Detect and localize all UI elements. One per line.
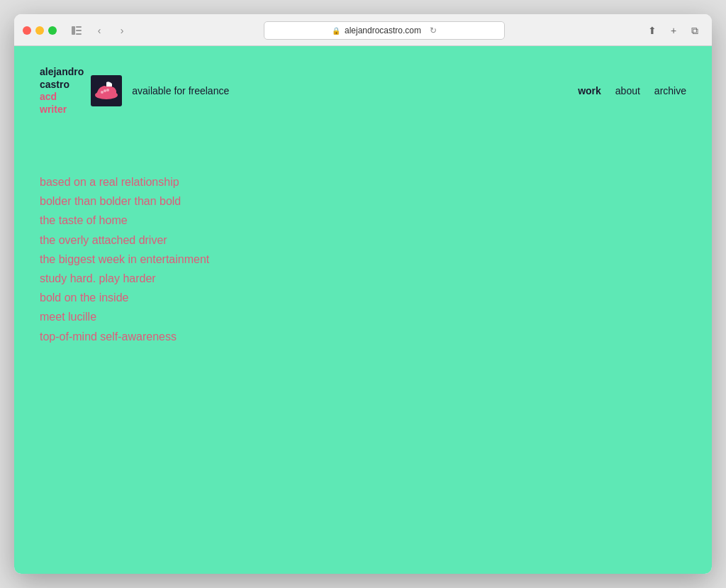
work-item-4[interactable]: the biggest week in entertainment — [40, 250, 686, 269]
work-list: based on a real relationship bolder than… — [14, 130, 712, 375]
sidebar-toggle-button[interactable] — [68, 22, 85, 39]
browser-window: ‹ › 🔒 alejandrocastro.com ↻ ⬆ + ⧉ alejan… — [14, 14, 712, 574]
address-bar[interactable]: 🔒 alejandrocastro.com ↻ — [264, 21, 505, 40]
traffic-lights — [23, 26, 57, 35]
logo-line-acd: acd — [40, 91, 84, 104]
work-item-6[interactable]: bold on the inside — [40, 288, 686, 307]
work-item-8[interactable]: top-of-mind self-awareness — [40, 327, 686, 346]
site-header: alejandro castro acd writer availabl — [14, 46, 712, 130]
work-item-7[interactable]: meet lucille — [40, 307, 686, 326]
work-item-1[interactable]: bolder than bolder than bold — [40, 192, 686, 211]
svg-rect-1 — [76, 26, 82, 28]
nav-work[interactable]: work — [578, 85, 601, 96]
logo-text: alejandro castro acd writer — [40, 66, 84, 116]
forward-button[interactable]: › — [113, 22, 130, 39]
lock-icon: 🔒 — [332, 27, 340, 35]
url-text: alejandrocastro.com — [345, 26, 421, 35]
nav-archive[interactable]: archive — [654, 85, 686, 96]
logo-line-castro: castro — [40, 79, 84, 91]
nav-about[interactable]: about — [615, 85, 640, 96]
page-content: alejandro castro acd writer availabl — [14, 46, 712, 574]
address-bar-container: 🔒 alejandrocastro.com ↻ — [136, 21, 632, 40]
reload-icon: ↻ — [430, 26, 437, 35]
browser-controls: ‹ › — [68, 22, 130, 39]
logo-shoe-icon — [91, 75, 122, 106]
new-tab-button[interactable]: + — [665, 22, 682, 39]
svg-point-8 — [106, 89, 109, 91]
work-item-0[interactable]: based on a real relationship — [40, 172, 686, 192]
browser-chrome: ‹ › 🔒 alejandrocastro.com ↻ ⬆ + ⧉ — [14, 14, 712, 46]
minimize-button[interactable] — [35, 26, 44, 35]
logo-line-writer: writer — [40, 104, 84, 116]
work-item-5[interactable]: study hard. play harder — [40, 269, 686, 288]
svg-rect-2 — [76, 30, 82, 31]
work-item-2[interactable]: the taste of home — [40, 211, 686, 230]
logo-line-alejandro: alejandro — [40, 66, 84, 79]
browser-actions: ⬆ + ⧉ — [644, 22, 703, 39]
svg-point-7 — [104, 89, 106, 92]
svg-point-6 — [101, 91, 104, 94]
logo-area: alejandro castro acd writer availabl — [40, 66, 229, 116]
fullscreen-button[interactable] — [48, 26, 57, 35]
share-button[interactable]: ⬆ — [644, 22, 661, 39]
tabs-button[interactable]: ⧉ — [686, 22, 703, 39]
svg-rect-3 — [76, 33, 82, 35]
close-button[interactable] — [23, 26, 31, 35]
svg-rect-0 — [72, 26, 75, 35]
work-item-3[interactable]: the overly attached driver — [40, 231, 686, 250]
tagline: available for freelance — [132, 85, 229, 96]
site-nav: work about archive — [578, 85, 686, 96]
back-button[interactable]: ‹ — [91, 22, 108, 39]
